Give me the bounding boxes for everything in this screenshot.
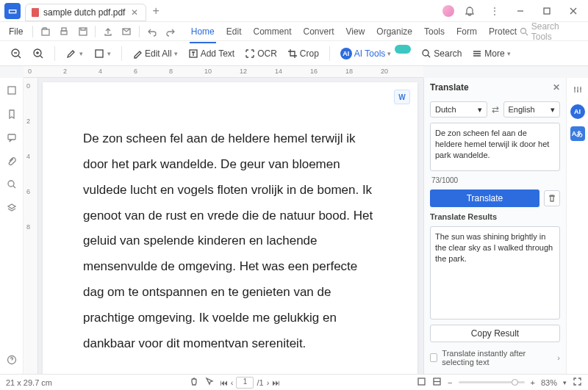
document-text[interactable]: De zon scheen fel aan de heldere hemel t… xyxy=(83,126,381,357)
instant-label: Translate instantly after selecting text xyxy=(442,349,553,366)
translate-sidebar-icon[interactable]: Aあ xyxy=(570,126,585,141)
zoom-in-status-icon[interactable]: + xyxy=(531,378,535,387)
comments-icon[interactable] xyxy=(4,129,20,145)
last-page-icon[interactable]: ⏭ xyxy=(272,378,280,387)
zoom-in-tool[interactable] xyxy=(29,46,47,62)
tab-comment[interactable]: Comment xyxy=(251,24,293,40)
account-avatar[interactable] xyxy=(442,5,454,17)
redo-icon[interactable] xyxy=(162,24,179,40)
add-text-tool[interactable]: Add Text xyxy=(185,46,237,61)
open-icon[interactable] xyxy=(37,24,54,40)
tab-organize[interactable]: Organize xyxy=(375,24,414,40)
target-language-select[interactable]: English▾ xyxy=(503,101,561,118)
search-tool[interactable]: Search xyxy=(418,46,465,61)
delete-button[interactable] xyxy=(544,190,560,206)
maximize-button[interactable] xyxy=(537,1,557,21)
save-icon[interactable] xyxy=(74,24,91,40)
translate-panel: Translate ✕ Dutch▾ ⇄ English▾ De zon sch… xyxy=(423,78,566,374)
char-counter: 73/1000 xyxy=(430,176,560,184)
svg-rect-13 xyxy=(8,134,15,140)
close-window-button[interactable] xyxy=(563,1,584,21)
settings-sliders-icon[interactable] xyxy=(570,82,585,97)
email-icon[interactable] xyxy=(118,24,135,40)
minimize-button[interactable] xyxy=(510,1,531,21)
ai-icon: AI xyxy=(340,48,352,59)
hand-tool-icon[interactable] xyxy=(189,377,198,388)
translate-title: Translate xyxy=(430,82,469,93)
bookmarks-icon[interactable] xyxy=(4,106,20,122)
tab-close-icon[interactable]: ✕ xyxy=(129,7,140,18)
close-panel-icon[interactable]: ✕ xyxy=(553,82,560,93)
app-icon: ▭ xyxy=(4,3,21,19)
first-page-icon[interactable]: ⏮ xyxy=(220,378,228,387)
tab-convert[interactable]: Convert xyxy=(301,24,335,40)
zoom-out-status-icon[interactable]: − xyxy=(448,378,452,387)
thumbnails-icon[interactable] xyxy=(4,82,20,98)
print-icon[interactable] xyxy=(56,24,73,40)
tab-home[interactable]: Home xyxy=(190,24,216,40)
tab-title: sample dutch pdf.pdf xyxy=(43,7,125,18)
svg-rect-2 xyxy=(61,31,67,35)
source-text-input[interactable]: De zon scheen fel aan de heldere hemel t… xyxy=(430,123,560,171)
word-badge-icon[interactable]: W xyxy=(394,90,410,104)
edit-all-tool[interactable]: Edit All▾ xyxy=(129,46,181,61)
svg-rect-12 xyxy=(8,87,15,94)
zoom-dropdown-icon[interactable]: ▾ xyxy=(563,379,567,386)
share-icon[interactable] xyxy=(99,24,116,40)
prev-page-icon[interactable]: ‹ xyxy=(231,378,234,387)
svg-point-11 xyxy=(423,50,429,56)
page-number-input[interactable]: 1 xyxy=(236,377,254,389)
copy-result-button[interactable]: Copy Result xyxy=(430,325,560,342)
highlight-tool[interactable]: ▾ xyxy=(62,46,86,62)
zoom-level: 83% xyxy=(541,378,557,387)
vertical-ruler: 0 2 4 6 8 xyxy=(24,78,38,374)
zoom-out-tool[interactable] xyxy=(7,46,25,62)
results-title: Translate Results xyxy=(430,212,560,221)
fullscreen-icon[interactable] xyxy=(573,377,582,388)
document-page[interactable]: W De zon scheen fel aan de heldere hemel… xyxy=(43,82,417,374)
translate-button[interactable]: Translate xyxy=(430,189,539,207)
search-panel-icon[interactable] xyxy=(4,176,20,192)
layers-icon[interactable] xyxy=(4,200,20,216)
undo-icon[interactable] xyxy=(143,24,160,40)
tab-protect[interactable]: Protect xyxy=(487,24,518,40)
search-tools[interactable]: Search Tools xyxy=(520,21,585,42)
ocr-tool[interactable]: OCR xyxy=(242,46,280,61)
file-menu[interactable]: File xyxy=(3,25,29,38)
notifications-icon[interactable] xyxy=(460,1,479,21)
crop-tool[interactable]: Crop xyxy=(284,46,322,61)
tab-form[interactable]: Form xyxy=(455,24,478,40)
tab-tools[interactable]: Tools xyxy=(423,24,446,40)
source-language-select[interactable]: Dutch▾ xyxy=(430,101,487,118)
result-text: The sun was shining brightly in the clea… xyxy=(430,226,560,319)
svg-rect-3 xyxy=(62,28,66,31)
tab-view[interactable]: View xyxy=(345,24,367,40)
search-icon xyxy=(520,27,528,36)
new-badge xyxy=(395,45,411,54)
swap-languages-icon[interactable]: ⇄ xyxy=(492,104,499,115)
svg-rect-16 xyxy=(418,378,425,385)
kebab-menu-icon[interactable]: ⋮ xyxy=(485,1,504,21)
ai-tools[interactable]: AIAI Tools▾ xyxy=(337,46,414,62)
horizontal-ruler: 0 2 4 6 8 10 12 14 16 18 20 xyxy=(24,66,423,78)
ai-sidebar-icon[interactable]: AI xyxy=(570,104,585,119)
help-icon[interactable] xyxy=(4,352,20,368)
svg-point-14 xyxy=(8,181,14,187)
more-tool[interactable]: More▾ xyxy=(469,46,513,61)
chevron-right-icon[interactable]: › xyxy=(557,353,560,362)
instant-checkbox[interactable] xyxy=(430,353,437,362)
document-tab[interactable]: sample dutch pdf.pdf ✕ xyxy=(25,4,146,21)
pdf-icon xyxy=(32,8,39,17)
page-total: /1 xyxy=(257,378,263,387)
fit-width-icon[interactable] xyxy=(432,377,442,388)
select-tool-icon[interactable] xyxy=(204,377,214,388)
next-page-icon[interactable]: › xyxy=(267,378,270,387)
fit-page-icon[interactable] xyxy=(417,377,426,388)
shape-tool[interactable]: ▾ xyxy=(90,46,114,62)
zoom-slider[interactable] xyxy=(459,381,525,383)
attachments-icon[interactable] xyxy=(4,153,20,169)
tab-edit[interactable]: Edit xyxy=(225,24,243,40)
svg-rect-9 xyxy=(96,50,103,57)
add-tab-button[interactable]: + xyxy=(152,4,159,18)
page-dimensions: 21 x 29.7 cm xyxy=(6,378,52,387)
